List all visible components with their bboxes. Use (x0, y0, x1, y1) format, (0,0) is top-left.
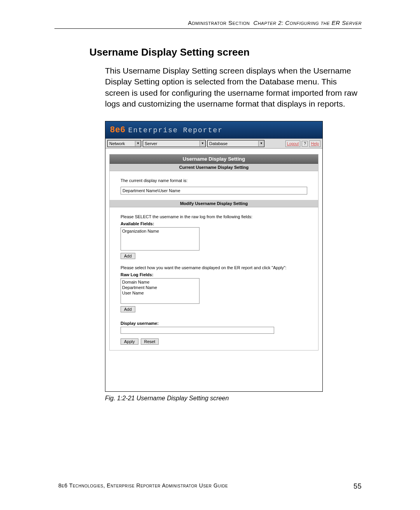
panel-title: Username Display Setting (110, 154, 318, 164)
app-window: 8e6 Enterprise Reporter Network ▼ Server… (105, 121, 323, 392)
menu-label: Database (208, 141, 229, 146)
chevron-down-icon: ▼ (135, 141, 141, 146)
logout-link[interactable]: Logout (285, 140, 301, 147)
header-section: Administrator Section (188, 19, 250, 26)
current-format-label: The current display name format is: (121, 178, 307, 183)
available-fields-list[interactable]: Organization Name (121, 227, 200, 251)
running-header: Administrator Section Chapter 2: Configu… (54, 19, 362, 29)
current-subheader: Current Username Display Setting (110, 164, 318, 171)
modify-subheader: Modify Username Display Setting (110, 200, 318, 207)
help-link[interactable]: Help (309, 140, 320, 147)
display-prompt: Please select how you want the username … (121, 265, 307, 270)
select-prompt: Please SELECT the username in the raw lo… (121, 214, 307, 219)
available-fields-label: Available Fields: (121, 221, 307, 226)
add-button-raw[interactable]: Add (121, 306, 135, 312)
logo-text: 8e6 (110, 124, 126, 134)
help-icon[interactable]: ? (302, 141, 308, 147)
chevron-down-icon: ▼ (258, 141, 264, 146)
menu-label: Server (143, 141, 159, 146)
menu-label: Network (108, 141, 126, 146)
figure-caption: Fig. 1:2-21 Username Display Setting scr… (105, 395, 362, 402)
settings-panel: Username Display Setting Current Usernam… (109, 154, 318, 351)
raw-log-fields-list[interactable]: Domain Name Department Name User Name (121, 278, 200, 304)
apply-button[interactable]: Apply (121, 338, 138, 345)
menu-database[interactable]: Database ▼ (207, 140, 264, 147)
menubar: Network ▼ Server ▼ Database ▼ Logout ? H… (105, 138, 322, 149)
menu-network[interactable]: Network ▼ (107, 140, 141, 147)
chevron-down-icon: ▼ (200, 141, 205, 146)
list-item[interactable]: Department Name (122, 285, 198, 290)
page-number: 55 (354, 482, 362, 491)
raw-log-fields-label: Raw Log Fields: (121, 272, 307, 277)
list-item[interactable]: Domain Name (122, 279, 198, 285)
client-area: Username Display Setting Current Usernam… (105, 149, 322, 391)
figure-screenshot: 8e6 Enterprise Reporter Network ▼ Server… (105, 121, 323, 392)
app-titlebar: 8e6 Enterprise Reporter (105, 121, 322, 138)
add-button-available[interactable]: Add (121, 253, 135, 259)
footer-text: 8e6 Technologies, Enterprise Reporter Ad… (58, 482, 228, 489)
reset-button[interactable]: Reset (141, 338, 159, 345)
list-item[interactable]: Organization Name (122, 228, 198, 234)
page-footer: 8e6 Technologies, Enterprise Reporter Ad… (58, 482, 362, 491)
page-title: Username Display Setting screen (89, 46, 362, 58)
display-username-input[interactable] (121, 327, 274, 334)
list-item[interactable]: User Name (122, 290, 198, 296)
product-name: Enterprise Reporter (128, 126, 223, 134)
intro-paragraph: This Username Display Setting screen dis… (105, 65, 362, 109)
menu-server[interactable]: Server ▼ (143, 140, 206, 147)
current-format-value: Department Name\User Name (121, 187, 307, 195)
display-username-label: Display username: (121, 321, 307, 326)
header-chapter: Chapter 2: Configuring the ER Server (254, 19, 362, 26)
